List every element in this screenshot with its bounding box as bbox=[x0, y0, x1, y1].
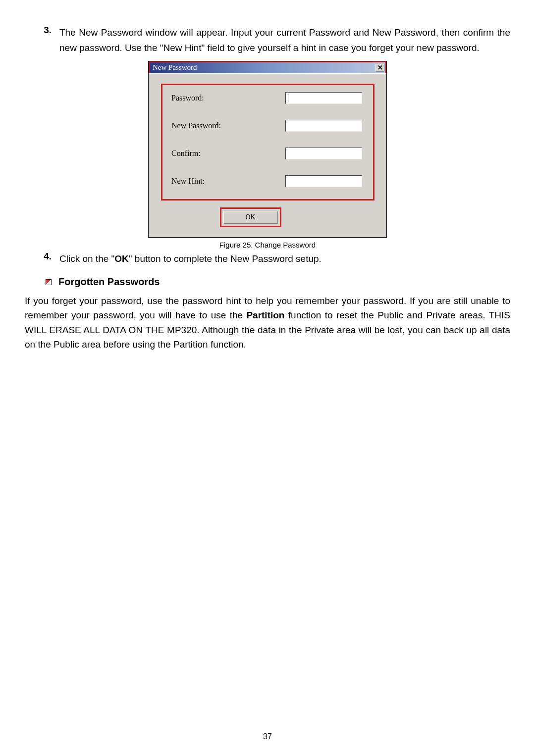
text-cursor-icon bbox=[288, 94, 288, 102]
section-bullet-icon bbox=[46, 279, 52, 285]
section-paragraph: If you forget your password, use the pas… bbox=[25, 294, 510, 352]
new-hint-input[interactable] bbox=[285, 175, 362, 187]
section-p-bold: Partition bbox=[246, 310, 284, 320]
new-password-label: New Password: bbox=[171, 121, 285, 130]
password-label: Password: bbox=[171, 94, 285, 102]
dialog-titlebar: New Password ✕ bbox=[149, 61, 386, 73]
ok-button[interactable]: OK bbox=[223, 211, 278, 224]
step-4-bold: OK bbox=[114, 253, 129, 264]
figure-caption: Figure 25. Change Password bbox=[219, 241, 316, 249]
step-4-post: " button to complete the New Password se… bbox=[129, 253, 321, 264]
page-number: 37 bbox=[0, 732, 535, 741]
step-4-number: 4. bbox=[25, 251, 59, 266]
confirm-label: Confirm: bbox=[171, 149, 285, 158]
step-4-text: Click on the "OK" button to complete the… bbox=[59, 251, 510, 266]
dialog-title: New Password bbox=[153, 63, 197, 72]
step-3-number: 3. bbox=[25, 25, 59, 56]
new-hint-label: New Hint: bbox=[171, 177, 285, 186]
ok-highlight-box: OK bbox=[220, 207, 281, 227]
confirm-input[interactable] bbox=[285, 148, 362, 159]
new-password-input[interactable] bbox=[285, 120, 362, 132]
close-icon[interactable]: ✕ bbox=[375, 64, 384, 72]
password-input[interactable] bbox=[285, 92, 362, 104]
step-3-text: The New Password window will appear. Inp… bbox=[59, 25, 510, 56]
step-4-pre: Click on the " bbox=[59, 253, 114, 264]
form-highlight-box: Password: New Password: Confirm: New Hin… bbox=[161, 84, 374, 201]
new-password-dialog: New Password ✕ Password: New Password: C… bbox=[148, 61, 387, 238]
section-title: Forgotten Passwords bbox=[58, 276, 160, 288]
